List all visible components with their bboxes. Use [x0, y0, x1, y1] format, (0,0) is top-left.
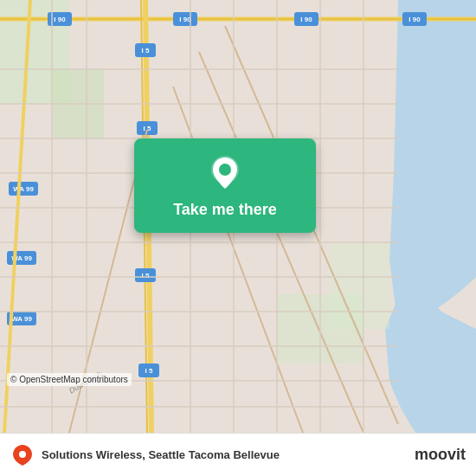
moovit-logo: moovit [415, 446, 466, 464]
location-title: Solutions Wireless, Seattle Tacoma Belle… [42, 448, 280, 461]
svg-point-56 [219, 164, 231, 176]
moovit-logo-icon [10, 443, 35, 467]
svg-text:I 90: I 90 [408, 16, 421, 23]
location-info: Solutions Wireless, Seattle Tacoma Belle… [42, 448, 280, 461]
svg-text:I 5: I 5 [145, 367, 153, 375]
svg-text:I 5: I 5 [142, 272, 150, 280]
cta-label: Take me there [173, 201, 277, 219]
info-bar: Solutions Wireless, Seattle Tacoma Belle… [0, 433, 476, 476]
svg-text:I 90: I 90 [54, 16, 66, 23]
svg-text:I 90: I 90 [179, 16, 191, 23]
svg-point-57 [19, 451, 26, 458]
svg-text:I 5: I 5 [142, 47, 150, 55]
svg-text:I 90: I 90 [300, 16, 312, 23]
map-container: I 90 I 90 I 90 I 90 I 5 I 5 I 5 I 5 WA 9… [0, 0, 476, 433]
cta-card[interactable]: Take me there [134, 138, 316, 233]
map-copyright: © OpenStreetMap contributors [7, 373, 132, 386]
location-pin-icon [206, 154, 244, 192]
moovit-text: moovit [415, 446, 466, 464]
svg-text:WA 99: WA 99 [13, 185, 34, 193]
svg-text:WA 99: WA 99 [11, 315, 32, 323]
